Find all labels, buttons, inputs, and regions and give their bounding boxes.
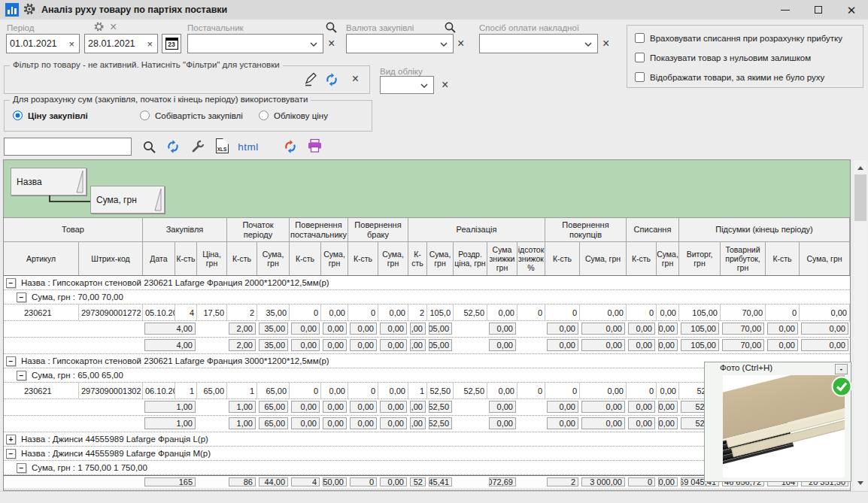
grid-cell[interactable]: 65,00 bbox=[257, 383, 290, 398]
grid-cell[interactable]: 0,00 bbox=[657, 305, 679, 320]
grid-cell[interactable]: 35,00 bbox=[257, 305, 290, 320]
accounting-type-combobox[interactable] bbox=[380, 76, 434, 94]
column-header[interactable]: Артикул bbox=[4, 242, 79, 275]
column-header[interactable]: ідсоток знижок % bbox=[517, 242, 545, 275]
column-group-header[interactable]: Підсумки (кінець періоду) bbox=[679, 218, 850, 241]
scroll-down-button[interactable] bbox=[854, 478, 867, 491]
accounting-type-clear-icon[interactable]: × bbox=[442, 79, 448, 91]
group-row[interactable]: −Сума, грн : 70,00 70,00 bbox=[4, 290, 850, 305]
column-group-header[interactable]: Реалізація bbox=[408, 218, 545, 241]
grid-cell[interactable]: 0 bbox=[348, 305, 378, 320]
currency-clear-icon[interactable]: × bbox=[457, 38, 464, 50]
grid-cell[interactable]: 0,00 bbox=[487, 383, 517, 398]
grid-cell[interactable]: 0 bbox=[545, 383, 580, 398]
column-header[interactable]: К-сть bbox=[766, 242, 800, 275]
period-clear-icon[interactable]: × bbox=[110, 21, 117, 33]
grid-cell[interactable]: 1 bbox=[227, 383, 257, 398]
supplier-search-icon[interactable] bbox=[325, 21, 338, 36]
group-expand-button[interactable]: − bbox=[17, 292, 26, 302]
scroll-up-button[interactable] bbox=[854, 160, 867, 173]
checkbox-row-writeoff[interactable]: Враховувати списання при розрахунку приб… bbox=[635, 33, 842, 43]
grid-cell[interactable]: 230621 bbox=[22, 305, 79, 320]
grid-cell[interactable]: 06.10.20 bbox=[143, 383, 175, 398]
grid-cell[interactable]: 1 bbox=[175, 383, 197, 398]
column-header[interactable]: Штрих-код bbox=[79, 242, 143, 275]
calendar-button[interactable]: 23 bbox=[162, 34, 181, 53]
radio-icon[interactable] bbox=[259, 111, 269, 120]
column-header[interactable]: К-сть bbox=[227, 242, 257, 275]
supplier-combobox[interactable] bbox=[187, 34, 323, 53]
checkbox-icon[interactable] bbox=[635, 72, 645, 82]
column-group-header[interactable]: Повернення браку bbox=[348, 218, 408, 241]
grid-cell[interactable]: 0 bbox=[627, 383, 657, 398]
grid-cell[interactable]: 0 bbox=[627, 305, 657, 320]
grid-cell[interactable]: 105,00 bbox=[679, 305, 721, 320]
column-header[interactable]: Роздр. ціна, грн bbox=[454, 242, 487, 275]
date-to-field[interactable]: 28.01.2021× bbox=[84, 34, 158, 53]
column-header[interactable]: Сума, грн bbox=[657, 242, 679, 275]
group-expand-button[interactable]: − bbox=[17, 371, 26, 380]
column-header[interactable]: Товарний прибуток, грн bbox=[721, 242, 766, 275]
column-header[interactable]: Ціна, грн bbox=[197, 242, 227, 275]
column-header[interactable]: Сума, грн bbox=[257, 242, 290, 275]
column-header[interactable]: Сума, грн bbox=[321, 242, 348, 275]
grid-cell[interactable]: 70,00 bbox=[721, 305, 766, 320]
group-expand-button[interactable]: − bbox=[6, 449, 16, 459]
grid-cell[interactable]: 0 bbox=[517, 383, 545, 398]
grid-cell[interactable]: 52,50 bbox=[454, 383, 487, 398]
grid-cell[interactable]: 105,0 bbox=[427, 305, 454, 320]
column-group-header[interactable]: Початок періоду bbox=[227, 218, 290, 241]
settings-wrench-icon[interactable] bbox=[190, 138, 206, 155]
radio-purchase-price[interactable]: Ціну закупівлі bbox=[13, 111, 88, 120]
grid-cell[interactable]: 0 bbox=[766, 305, 800, 320]
search-icon[interactable] bbox=[141, 138, 157, 155]
checkbox-icon[interactable] bbox=[635, 33, 645, 43]
grid-cell[interactable]: 0,00 bbox=[657, 383, 679, 398]
column-group-header[interactable]: Товар bbox=[4, 218, 143, 241]
grid-cell[interactable]: 0,00 bbox=[487, 305, 517, 320]
checkbox-row-no-movement[interactable]: Відображати товари, за якими не було рух… bbox=[635, 72, 824, 82]
checkbox-icon[interactable] bbox=[635, 53, 645, 62]
grid-cell[interactable]: 0 bbox=[348, 383, 378, 398]
table-row[interactable]: 230621297309000127205.10.20417,50235,000… bbox=[4, 305, 850, 321]
column-header[interactable]: К-сть bbox=[348, 242, 378, 275]
column-header[interactable]: К-сть bbox=[175, 242, 197, 275]
column-group-header[interactable]: Списання bbox=[627, 218, 679, 241]
grid-cell[interactable]: 0 bbox=[517, 305, 545, 320]
grid-cell[interactable]: 0,00 bbox=[800, 305, 850, 320]
minimize-button[interactable] bbox=[769, 0, 802, 20]
maximize-button[interactable] bbox=[802, 0, 835, 20]
photo-minimize-button[interactable]: - bbox=[835, 364, 848, 374]
grid-cell[interactable]: 05.10.20 bbox=[143, 305, 175, 320]
date-from-clear-icon[interactable]: × bbox=[67, 38, 76, 50]
grid-cell[interactable]: 65,00 bbox=[197, 383, 227, 398]
group-expand-button[interactable]: + bbox=[6, 435, 16, 444]
settings-gear-icon[interactable] bbox=[23, 3, 35, 17]
grid-cell[interactable]: 0 bbox=[545, 305, 580, 320]
column-header[interactable]: К-сть bbox=[627, 242, 657, 275]
radio-icon[interactable] bbox=[140, 111, 150, 120]
grid-cell[interactable]: 0,00 bbox=[580, 305, 627, 320]
refresh-filter-icon[interactable] bbox=[324, 72, 339, 89]
reload-data-icon[interactable] bbox=[282, 138, 299, 155]
supplier-clear-icon[interactable]: × bbox=[328, 38, 335, 50]
grid-cell[interactable]: 17,50 bbox=[197, 305, 227, 320]
payment-method-clear-icon[interactable]: × bbox=[602, 38, 609, 50]
date-to-clear-icon[interactable]: × bbox=[145, 38, 154, 50]
horizontal-scroll-area[interactable] bbox=[0, 491, 868, 503]
column-group-header[interactable]: Повернення постачальнику bbox=[290, 218, 348, 241]
checkbox-row-zero-stock[interactable]: Показувати товар з нульовим залишком bbox=[635, 53, 811, 62]
column-header[interactable]: Дата bbox=[143, 242, 175, 275]
column-header[interactable]: Сума, грн bbox=[800, 242, 850, 275]
column-header[interactable]: Сума, грн bbox=[427, 242, 454, 275]
clear-filter-icon[interactable]: × bbox=[352, 73, 359, 85]
column-header[interactable]: Виторг, грн bbox=[679, 242, 721, 275]
print-icon[interactable] bbox=[306, 138, 323, 154]
grid-cell[interactable]: 0,00 bbox=[321, 305, 348, 320]
group-row[interactable]: −Назва : Гипсокартон стеновой 230621 Laf… bbox=[4, 276, 850, 290]
grid-cell[interactable]: 0 bbox=[290, 383, 321, 398]
grid-cell[interactable]: 2973090001272 bbox=[79, 305, 143, 320]
date-from-field[interactable]: 01.01.2021× bbox=[6, 34, 80, 53]
grid-cell[interactable]: 2 bbox=[227, 305, 257, 320]
payment-method-combobox[interactable] bbox=[479, 34, 598, 53]
